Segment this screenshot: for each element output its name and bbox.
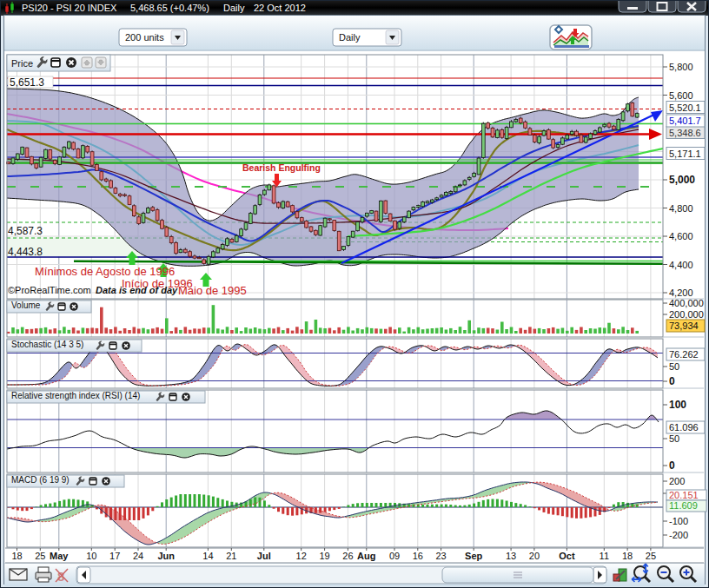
svg-text:4,400: 4,400 <box>669 260 693 270</box>
svg-text:200 units: 200 units <box>125 32 164 43</box>
svg-text:25: 25 <box>646 551 656 561</box>
svg-text:May: May <box>50 551 69 561</box>
svg-text:20.151: 20.151 <box>669 490 699 500</box>
svg-text:12: 12 <box>296 551 307 561</box>
svg-text:14: 14 <box>202 551 213 561</box>
svg-text:4,600: 4,600 <box>669 231 693 241</box>
svg-text:61.096: 61.096 <box>669 422 699 433</box>
svg-text:13: 13 <box>506 551 516 561</box>
svg-text:4,587.3: 4,587.3 <box>8 225 43 237</box>
svg-text:0: 0 <box>669 459 675 472</box>
svg-text:4,443.8: 4,443.8 <box>8 246 43 258</box>
svg-text:18: 18 <box>11 551 22 561</box>
svg-text:5,000: 5,000 <box>669 174 695 186</box>
svg-text:Oct: Oct <box>559 551 575 561</box>
svg-text:5,600: 5,600 <box>669 90 693 101</box>
svg-text:PSI20 - PSI 20 INDEX: PSI20 - PSI 20 INDEX <box>22 3 117 13</box>
svg-text:Daily: Daily <box>339 32 361 43</box>
svg-text:50: 50 <box>669 361 679 372</box>
svg-text:0: 0 <box>669 375 675 387</box>
svg-text:Stochastic (14 3 5): Stochastic (14 3 5) <box>11 340 83 349</box>
svg-text:18: 18 <box>622 551 633 561</box>
svg-text:Aug: Aug <box>357 551 375 561</box>
svg-text:Mínimos de Agosto de 1996: Mínimos de Agosto de 1996 <box>35 265 175 278</box>
svg-text:19: 19 <box>319 551 329 561</box>
svg-text:5,800: 5,800 <box>669 62 693 72</box>
svg-text:5,171.1: 5,171.1 <box>669 149 701 159</box>
svg-text:Sep: Sep <box>465 551 482 561</box>
svg-text:09: 09 <box>389 551 400 561</box>
svg-text:10: 10 <box>86 551 96 561</box>
svg-text:4,800: 4,800 <box>669 203 693 214</box>
svg-text:400,000: 400,000 <box>669 298 704 308</box>
svg-text:22 Oct 2012: 22 Oct 2012 <box>254 3 306 13</box>
svg-text:50: 50 <box>669 433 679 444</box>
svg-text:25: 25 <box>35 551 45 561</box>
svg-text:17: 17 <box>109 551 120 561</box>
svg-text:Data is end of day: Data is end of day <box>96 285 178 295</box>
svg-text:24: 24 <box>133 551 143 561</box>
svg-text:200: 200 <box>669 476 685 486</box>
svg-text:26: 26 <box>342 551 353 561</box>
svg-text:23: 23 <box>435 551 446 561</box>
svg-text:Price: Price <box>11 58 33 69</box>
svg-text:©ProRealTime.com: ©ProRealTime.com <box>8 285 91 295</box>
svg-text:MACD (6 19 9): MACD (6 19 9) <box>11 475 70 485</box>
svg-text:73,934: 73,934 <box>669 320 699 331</box>
svg-text:100: 100 <box>669 399 686 411</box>
svg-text:5,651.3: 5,651.3 <box>10 76 44 89</box>
svg-text:11: 11 <box>600 551 609 561</box>
svg-text:76.262: 76.262 <box>669 349 699 360</box>
svg-text:5,520.1: 5,520.1 <box>669 102 701 113</box>
svg-text:Jun: Jun <box>157 551 175 561</box>
svg-text:4,200: 4,200 <box>669 287 693 298</box>
svg-text:16: 16 <box>413 551 423 561</box>
svg-text:11.609: 11.609 <box>669 500 698 511</box>
svg-text:-200: -200 <box>669 530 688 540</box>
svg-text:5,348.6: 5,348.6 <box>669 128 701 138</box>
svg-text:Daily: Daily <box>223 3 245 13</box>
svg-text:21: 21 <box>226 551 236 561</box>
svg-text:Maio de 1995: Maio de 1995 <box>178 284 247 297</box>
svg-text:5,468.65 (+0.47%): 5,468.65 (+0.47%) <box>130 3 209 13</box>
svg-text:200,000: 200,000 <box>669 309 704 320</box>
svg-text:Bearish Engulfing: Bearish Engulfing <box>242 162 321 173</box>
svg-text:20: 20 <box>529 551 540 561</box>
svg-text:5,401.7: 5,401.7 <box>669 116 701 126</box>
svg-text:-100: -100 <box>669 516 688 526</box>
svg-text:Jul: Jul <box>257 551 271 561</box>
svg-text:Relative strength index (RSI): Relative strength index (RSI) (14) <box>11 391 140 400</box>
svg-text:Volume: Volume <box>11 301 41 310</box>
